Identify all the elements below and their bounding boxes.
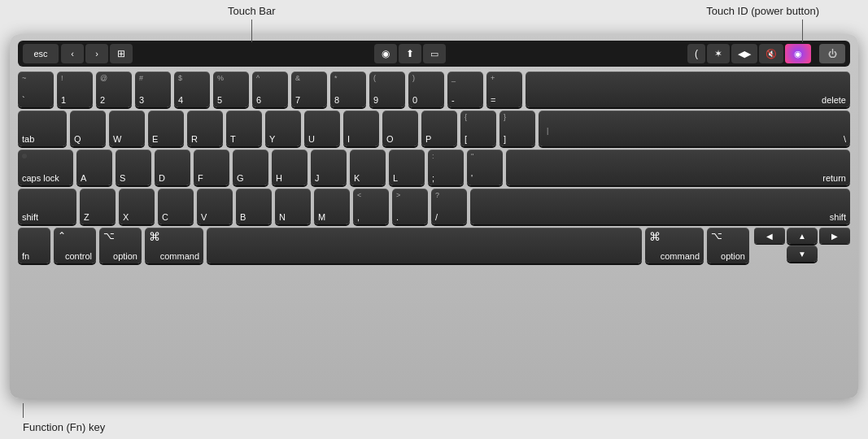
tb-esc-key[interactable]: esc <box>23 44 59 63</box>
s-key[interactable]: S <box>116 150 151 185</box>
bottom-row: fn ⌃ control ⌥ option ⌘ command ⌘ comman… <box>18 228 850 263</box>
touch-id-annotation: Touch ID (power button) <box>706 3 819 42</box>
d-key[interactable]: D <box>155 150 190 185</box>
arrow-right-key[interactable]: ▶ <box>819 228 850 244</box>
control-key[interactable]: ⌃ control <box>54 228 96 263</box>
zxcv-row: shift Z X C V B N M < , > . ? / shift <box>18 189 850 224</box>
arrow-cluster: ◀ ▲ ▼ ▶ <box>754 228 850 263</box>
slash-key[interactable]: ? / <box>431 189 467 224</box>
comma-key[interactable]: < , <box>353 189 389 224</box>
return-key[interactable]: return <box>506 150 850 185</box>
4-key[interactable]: $ 4 <box>174 72 210 107</box>
5-key[interactable]: % 5 <box>213 72 249 107</box>
equals-key[interactable]: + = <box>486 72 522 107</box>
tb-back-key[interactable]: ‹ <box>61 44 84 63</box>
fn-key-annotation: Function (Fn) key <box>23 403 105 434</box>
k-key[interactable]: K <box>350 150 386 185</box>
caps-lock-key[interactable]: caps lock <box>18 150 73 185</box>
t-key[interactable]: T <box>226 111 262 146</box>
tb-grid-key[interactable]: ⊞ <box>110 44 133 63</box>
tab-key[interactable]: tab <box>18 111 67 146</box>
m-key[interactable]: M <box>314 189 350 224</box>
y-key[interactable]: Y <box>265 111 301 146</box>
tb-brightness-paren-key[interactable]: ( <box>687 44 705 63</box>
left-shift-key[interactable]: shift <box>18 189 76 224</box>
1-key[interactable]: ! 1 <box>57 72 93 107</box>
tb-brightness-key[interactable]: ✶ <box>707 44 730 63</box>
close-bracket-key[interactable]: } ] <box>499 111 535 146</box>
tb-window-key[interactable]: ▭ <box>423 44 446 63</box>
n-key[interactable]: N <box>275 189 311 224</box>
l-key[interactable]: L <box>389 150 425 185</box>
g-key[interactable]: G <box>233 150 268 185</box>
tb-touchid-key[interactable]: ⏻ <box>819 44 845 63</box>
touch-id-label: Touch ID (power button) <box>706 5 819 17</box>
arrow-left-key[interactable]: ◀ <box>754 228 785 244</box>
c-key[interactable]: C <box>158 189 194 224</box>
w-key[interactable]: W <box>109 111 145 146</box>
left-command-key[interactable]: ⌘ command <box>145 228 203 263</box>
tb-controls-group: ( ✶ ◀▶ 🔇 ◉ <box>687 44 811 63</box>
9-key[interactable]: ( 9 <box>369 72 405 107</box>
touch-bar-annotation: Touch Bar <box>228 3 276 42</box>
u-key[interactable]: U <box>304 111 340 146</box>
tb-forward-key[interactable]: › <box>85 44 108 63</box>
arrow-top-row: ◀ ▲ ▼ ▶ <box>754 228 850 262</box>
minus-key[interactable]: _ - <box>447 72 483 107</box>
open-bracket-key[interactable]: { [ <box>460 111 496 146</box>
space-key[interactable] <box>207 228 642 263</box>
tb-mute-key[interactable]: 🔇 <box>759 44 783 63</box>
h-key[interactable]: H <box>272 150 308 185</box>
q-key[interactable]: Q <box>70 111 106 146</box>
fn-key[interactable]: fn <box>18 228 50 263</box>
right-option-key[interactable]: ⌥ option <box>707 228 749 263</box>
6-key[interactable]: ^ 6 <box>252 72 288 107</box>
keys-area: ~ ` ! 1 @ 2 # 3 $ 4 % 5 <box>18 72 850 263</box>
right-shift-key[interactable]: shift <box>470 189 850 224</box>
tb-media-group: ◉ ⬆ ▭ <box>374 44 446 63</box>
2-key[interactable]: @ 2 <box>96 72 132 107</box>
b-key[interactable]: B <box>236 189 272 224</box>
0-key[interactable]: ) 0 <box>408 72 444 107</box>
7-key[interactable]: & 7 <box>291 72 327 107</box>
touch-bar: esc ‹ › ⊞ ◉ ⬆ ▭ ( ✶ ◀▶ 🔇 ◉ ⏻ <box>18 41 850 67</box>
right-command-key[interactable]: ⌘ command <box>645 228 704 263</box>
keyboard: esc ‹ › ⊞ ◉ ⬆ ▭ ( ✶ ◀▶ 🔇 ◉ ⏻ <box>10 34 858 398</box>
r-key[interactable]: R <box>187 111 223 146</box>
tb-eye-key[interactable]: ◉ <box>374 44 397 63</box>
qwerty-row: tab Q W E R T Y U I O P { [ } ] | \ <box>18 111 850 146</box>
tb-siri-key[interactable]: ◉ <box>785 44 811 63</box>
period-key[interactable]: > . <box>392 189 428 224</box>
asdf-row: caps lock A S D F G H J K L : ; " ' retu… <box>18 150 850 185</box>
p-key[interactable]: P <box>421 111 457 146</box>
delete-key[interactable]: delete <box>526 72 850 107</box>
tb-volume-key[interactable]: ◀▶ <box>731 44 757 63</box>
arrow-up-key[interactable]: ▲ <box>787 228 818 244</box>
semicolon-key[interactable]: : ; <box>428 150 464 185</box>
fn-key-label: Function (Fn) key <box>23 421 105 433</box>
touch-bar-label: Touch Bar <box>228 5 276 17</box>
e-key[interactable]: E <box>148 111 184 146</box>
v-key[interactable]: V <box>197 189 233 224</box>
8-key[interactable]: * 8 <box>330 72 366 107</box>
backslash-key[interactable]: | \ <box>539 111 850 146</box>
a-key[interactable]: A <box>76 150 112 185</box>
o-key[interactable]: O <box>382 111 418 146</box>
i-key[interactable]: I <box>343 111 379 146</box>
f-key[interactable]: F <box>194 150 229 185</box>
arrow-down-key[interactable]: ▼ <box>787 246 818 262</box>
3-key[interactable]: # 3 <box>135 72 171 107</box>
x-key[interactable]: X <box>119 189 155 224</box>
tb-share-key[interactable]: ⬆ <box>399 44 421 63</box>
j-key[interactable]: J <box>311 150 347 185</box>
z-key[interactable]: Z <box>80 189 116 224</box>
number-row: ~ ` ! 1 @ 2 # 3 $ 4 % 5 <box>18 72 850 107</box>
tilde-key[interactable]: ~ ` <box>18 72 54 107</box>
quote-key[interactable]: " ' <box>467 150 503 185</box>
tb-nav-group: ‹ › ⊞ <box>61 44 133 63</box>
left-option-key[interactable]: ⌥ option <box>99 228 142 263</box>
